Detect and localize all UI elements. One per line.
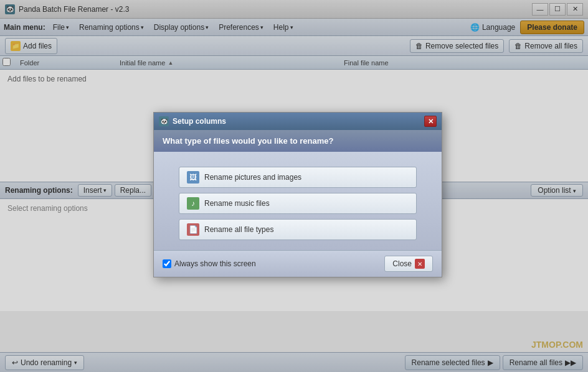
dialog-title: Setup columns bbox=[173, 117, 420, 126]
music-icon: ♪ bbox=[187, 197, 199, 210]
rename-music-button[interactable]: ♪ Rename music files bbox=[179, 193, 417, 214]
rename-all-types-button[interactable]: 📄 Rename all file types bbox=[179, 219, 417, 240]
all-files-icon: 📄 bbox=[187, 223, 199, 236]
always-show-label: Always show this screen bbox=[174, 259, 256, 268]
dialog-close-footer-button[interactable]: Close ✕ bbox=[384, 256, 433, 272]
always-show-checkbox-wrap[interactable]: Always show this screen bbox=[163, 259, 256, 268]
close-icon: ✕ bbox=[415, 259, 425, 269]
always-show-checkbox[interactable] bbox=[163, 259, 171, 268]
pictures-icon: 🖼 bbox=[187, 171, 199, 184]
setup-columns-dialog: 🐼 Setup columns ✕ What type of files wou… bbox=[153, 112, 442, 277]
dialog-close-button[interactable]: ✕ bbox=[424, 116, 437, 127]
dialog-question: What type of files would you like to ren… bbox=[154, 130, 442, 152]
dialog-title-bar: 🐼 Setup columns ✕ bbox=[154, 113, 442, 130]
rename-pictures-button[interactable]: 🖼 Rename pictures and images bbox=[179, 167, 417, 188]
dialog-footer: Always show this screen Close ✕ bbox=[154, 250, 442, 277]
dialog-app-icon: 🐼 bbox=[159, 116, 169, 126]
dialog-body: 🖼 Rename pictures and images ♪ Rename mu… bbox=[154, 152, 442, 250]
